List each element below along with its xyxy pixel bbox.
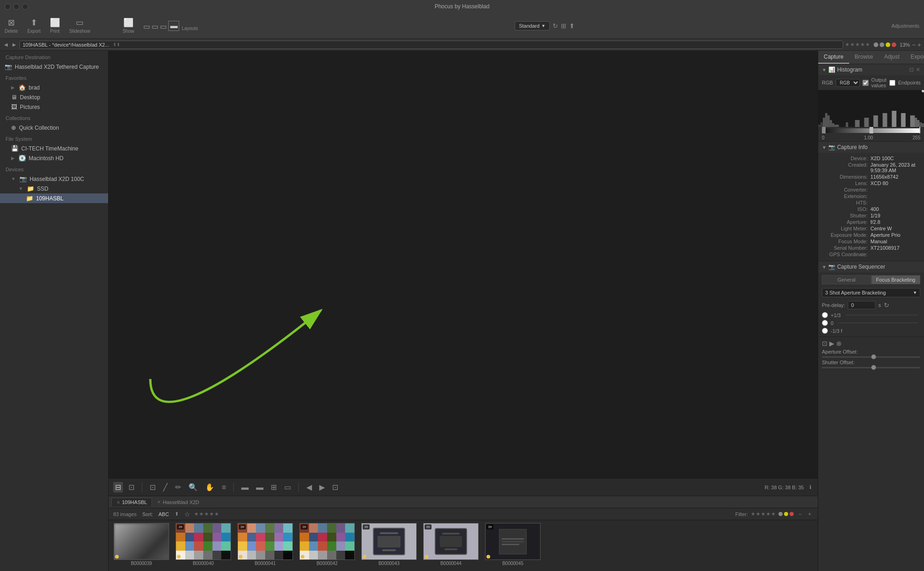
- filter-star2[interactable]: ★: [756, 511, 760, 517]
- layout-active-icon[interactable]: ▬: [168, 21, 179, 31]
- sidebar-item-brad[interactable]: ▶ 🏠 brad: [0, 83, 108, 92]
- sort-order-icon[interactable]: ⬆: [173, 510, 181, 518]
- sidebar-item-macintosh[interactable]: ▶ 💽 Macintosh HD: [0, 153, 108, 163]
- star4-icon[interactable]: ★: [860, 42, 865, 48]
- filmstrip-plus-button[interactable]: +: [806, 511, 813, 517]
- thumbnail-item-B0000045[interactable]: 3fr B0000045: [483, 523, 543, 568]
- thumbnail-item-B0000044[interactable]: 3fr B0000044: [421, 523, 481, 568]
- zoom-minus-button[interactable]: −: [912, 41, 916, 48]
- crop-button[interactable]: ⊡: [148, 482, 158, 493]
- tab-close-hasselblad[interactable]: ✕: [157, 499, 161, 505]
- fs-star1[interactable]: ★: [194, 511, 199, 517]
- standard-dropdown[interactable]: Standard ▼: [515, 21, 550, 30]
- filter-star4[interactable]: ★: [766, 511, 771, 517]
- dot-red[interactable]: [892, 42, 896, 47]
- tab-adjust[interactable]: Adjust: [879, 51, 905, 64]
- maximize-button[interactable]: [22, 4, 28, 10]
- filter-dot-yellow[interactable]: [784, 512, 788, 516]
- edit-button[interactable]: ✏: [173, 482, 183, 493]
- fs-star3[interactable]: ★: [204, 511, 209, 517]
- hist-mid-handle[interactable]: [869, 127, 873, 133]
- print-tool[interactable]: ⬜ Print: [50, 18, 60, 34]
- shutter-slider-handle[interactable]: [871, 365, 876, 370]
- bottom-stop-icon[interactable]: ⊗: [836, 340, 842, 347]
- refresh-icon[interactable]: ↻: [553, 22, 558, 30]
- viewer-area[interactable]: [109, 51, 818, 478]
- filter-dot-red[interactable]: [790, 512, 794, 516]
- sidebar-item-pictures[interactable]: 🖼 Pictures: [0, 102, 108, 112]
- histogram-header[interactable]: ▼ 📊 Histogram ⊡ ✕: [818, 64, 924, 75]
- overlay2-button[interactable]: ▬: [254, 482, 265, 493]
- preview-button[interactable]: ▭: [282, 482, 293, 493]
- fs-star4[interactable]: ★: [209, 511, 214, 517]
- nav-forward-icon[interactable]: ▶: [11, 42, 18, 47]
- filmstrip-minus-button[interactable]: −: [796, 511, 803, 517]
- hist-left-handle[interactable]: [822, 127, 826, 133]
- capture-sequencer-header[interactable]: ▼ 📷 Capture Sequencer: [818, 261, 924, 272]
- aperture-slider-handle[interactable]: [871, 355, 876, 359]
- sidebar-item-hasselblad-tethered[interactable]: 📷 Hasselblad X2D Tethered Capture: [0, 62, 108, 72]
- filter-star5[interactable]: ★: [771, 511, 776, 517]
- tab-capture[interactable]: Capture: [818, 51, 849, 64]
- histogram-close-icon[interactable]: ✕: [916, 66, 920, 73]
- aperture-offset-slider[interactable]: [822, 356, 920, 358]
- play-button[interactable]: ▶: [317, 482, 327, 493]
- sidebar-item-ci-tech[interactable]: 💾 CI-TECH TimeMachine: [0, 144, 108, 153]
- star2-icon[interactable]: ★: [850, 42, 855, 48]
- slideshow-tool[interactable]: ▭ Slideshow: [69, 18, 91, 34]
- close-button[interactable]: [5, 4, 11, 10]
- sidebar-item-109hasbl[interactable]: 📁 109HASBL: [0, 193, 108, 203]
- pan-button[interactable]: ✋: [203, 482, 216, 493]
- export-tool[interactable]: ⬆ Export: [27, 18, 41, 34]
- thumbnail-item-B0000041[interactable]: 3fr B0000041: [235, 523, 295, 568]
- list-button[interactable]: ≡: [220, 482, 228, 493]
- show-tool[interactable]: ⬜ Show: [122, 18, 134, 34]
- sequencer-preset-dropdown[interactable]: 3 Shot Aperture Bracketing ▼: [822, 288, 920, 297]
- layout3-icon[interactable]: ▭: [160, 22, 167, 31]
- seq-tab-general[interactable]: General: [822, 275, 871, 284]
- fs-star5[interactable]: ★: [214, 511, 219, 517]
- dot-gray[interactable]: [874, 42, 878, 47]
- layout1-icon[interactable]: ▭: [143, 22, 150, 31]
- layout2-icon[interactable]: ▭: [152, 22, 158, 31]
- thumbnail-item-B0000043[interactable]: 3fr B0000043: [359, 523, 419, 568]
- pre-delay-refresh-icon[interactable]: ↻: [884, 301, 889, 309]
- overlay1-button[interactable]: ▬: [239, 482, 250, 493]
- output-values-checkbox[interactable]: [863, 80, 869, 86]
- star-icon[interactable]: ☆: [184, 511, 190, 518]
- filter-star3[interactable]: ★: [761, 511, 766, 517]
- sidebar-item-desktop[interactable]: 🖥 Desktop: [0, 92, 108, 102]
- pre-delay-input[interactable]: [848, 301, 875, 309]
- filmstrip-tab-109hasbl[interactable]: ✕ 109HASBL: [111, 498, 152, 506]
- endpoints-checkbox[interactable]: [889, 80, 895, 86]
- thumbnail-item-B0000042[interactable]: 3fr B0000042: [297, 523, 357, 568]
- minimize-button[interactable]: [13, 4, 19, 10]
- single-view-button[interactable]: ⊡: [127, 482, 136, 493]
- capture-button[interactable]: ⊡: [330, 482, 340, 493]
- sidebar-item-quick-collection[interactable]: ⊕ Quick Collection: [0, 123, 108, 132]
- seq-tab-focus-bracketing[interactable]: Focus Bracketing: [871, 275, 921, 284]
- split-view-button[interactable]: ⊟: [113, 482, 123, 493]
- seq-radio-minus-1-3[interactable]: [822, 328, 828, 334]
- seq-radio-plus-1-3[interactable]: [822, 312, 828, 318]
- thumbnail-item-B0000040[interactable]: 3fr B0000040: [173, 523, 233, 568]
- share-icon[interactable]: ⬆: [569, 22, 575, 30]
- bottom-play-icon[interactable]: ▶: [829, 340, 834, 347]
- capture-info-header[interactable]: ▼ 📷 Capture Info: [818, 142, 924, 153]
- fs-star2[interactable]: ★: [199, 511, 204, 517]
- hist-right-handle[interactable]: [919, 127, 920, 133]
- compare-icon[interactable]: ⊞: [561, 22, 566, 30]
- star1-icon[interactable]: ★: [845, 42, 850, 48]
- filter-star1[interactable]: ★: [751, 511, 755, 517]
- prev-button[interactable]: ◀: [304, 482, 314, 493]
- filmstrip-tab-hasselblad[interactable]: ✕ Hasselblad X2D: [152, 498, 204, 507]
- thumbnail-item-B0000039[interactable]: 3fr B0000039: [111, 523, 171, 568]
- sidebar-item-hasselblad-x2d[interactable]: ▼ 📷 Hasselblad X2D 100C: [0, 174, 108, 184]
- filter-dot-gray[interactable]: [778, 512, 783, 516]
- line-button[interactable]: ╱: [161, 482, 170, 493]
- tab-close-109hasbl[interactable]: ✕: [116, 500, 120, 505]
- sidebar-item-ssd[interactable]: ▼ 📁 SSD: [0, 184, 108, 193]
- dot-gray2[interactable]: [880, 42, 884, 47]
- bottom-icon1[interactable]: ⊡: [822, 340, 827, 347]
- histogram-expand-icon[interactable]: ⊡: [909, 66, 914, 73]
